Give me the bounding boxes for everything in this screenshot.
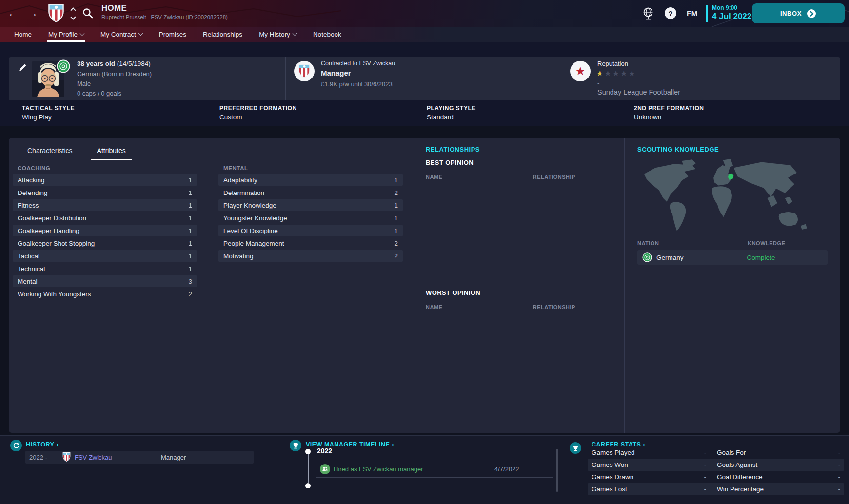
knowledge-column-header: KNOWLEDGE — [748, 240, 828, 246]
manager-gender: Male — [77, 80, 91, 87]
fm-logo[interactable]: FM — [687, 9, 698, 18]
hired-event-icon — [320, 464, 330, 474]
star-icon: ★★ — [596, 69, 604, 78]
reputation-star-rating: ★★★★★★ — [596, 69, 636, 78]
search-icon[interactable] — [82, 7, 94, 19]
attributes-section: Characteristics Attributes COACHING Atta… — [9, 138, 412, 433]
nav-tab-relationships[interactable]: Relationships — [195, 27, 251, 42]
mental-table: Adaptability1 Determination2 Player Know… — [218, 174, 403, 262]
date-accent-bar — [706, 5, 708, 22]
preferred-formation-value: Custom — [219, 114, 242, 121]
tactical-style-label: TACTICAL STYLE — [22, 105, 75, 112]
forward-button[interactable]: → — [25, 6, 40, 20]
history-role: Manager — [161, 454, 186, 461]
nav-tab-home[interactable]: Home — [6, 27, 40, 42]
german-fa-badge-icon — [57, 59, 70, 73]
top-bar: ← → HOME Ruprecht Prusseit - FSV Zwickau… — [0, 0, 849, 27]
manager-nationality: German (Born in Dresden) — [77, 70, 152, 78]
attribute-row: Working With Youngsters2 — [13, 288, 197, 300]
globe-icon[interactable] — [642, 7, 654, 20]
playing-style-label: PLAYING STYLE — [427, 105, 476, 112]
manager-age: 38 years old (14/5/1984) — [77, 60, 151, 67]
german-fa-badge-icon — [642, 252, 652, 262]
relationships-title[interactable]: RELATIONSHIPS — [426, 146, 611, 153]
inbox-button[interactable]: INBOX — [752, 3, 845, 23]
history-years: 2022 - — [29, 454, 62, 461]
career-stats-row: Games Drawn- Goal Difference- — [588, 471, 844, 483]
mental-header: MENTAL — [223, 165, 403, 171]
nav-tab-my-history[interactable]: My History — [251, 27, 305, 42]
attribute-row: Defending1 — [13, 187, 197, 198]
attribute-row: Mental3 — [13, 275, 197, 287]
timeline-dot — [305, 483, 311, 488]
nation-name: Germany — [656, 254, 684, 261]
contract-section: Contracted to FSV Zwickau Manager £1.9K … — [285, 57, 529, 100]
club-crest-icon[interactable] — [47, 4, 65, 23]
scouting-knowledge-section: SCOUTING KNOWLEDGE — [624, 138, 840, 433]
contracted-to-text: Contracted to FSV Zwickau — [321, 60, 395, 67]
star-icon: ★ — [620, 69, 628, 78]
current-date: 4 Jul 2022 — [712, 12, 751, 21]
timeline-separator — [316, 477, 553, 478]
relationship-column-header: RELATIONSHIP — [533, 174, 611, 180]
manager-profile-strip: 38 years old (14/5/1984) German (Born in… — [9, 57, 840, 100]
career-stats-row: Games Lost- Win Percentage- — [588, 483, 844, 495]
tab-attributes[interactable]: Attributes — [91, 145, 132, 160]
bottom-strip: HISTORY › 2022 - FSV Zwickau Manager VIE… — [0, 435, 849, 504]
club-selector-chevrons[interactable] — [69, 6, 77, 21]
second-pref-formation-value: Unknown — [634, 114, 661, 121]
germany-highlight — [728, 174, 734, 180]
coaching-header: COACHING — [18, 165, 197, 171]
help-icon[interactable]: ? — [665, 7, 676, 19]
name-column-header: NAME — [426, 174, 442, 180]
reputation-description: Sunday League Footballer — [597, 88, 680, 96]
reputation-section: ★ Reputation ★★★★★★ - Sunday League Foot… — [529, 57, 840, 100]
scouting-knowledge-title[interactable]: SCOUTING KNOWLEDGE — [637, 146, 828, 153]
scouting-row-germany: Germany Complete — [637, 250, 828, 265]
timeline-year: 2022 — [317, 447, 332, 455]
reputation-value: - — [597, 80, 599, 87]
manager-role: Manager — [321, 69, 351, 77]
fm-app-window: ← → HOME Ruprecht Prusseit - FSV Zwickau… — [0, 0, 849, 504]
nav-tab-promises[interactable]: Promises — [151, 27, 195, 42]
attribute-row: Attacking1 — [13, 174, 197, 186]
name-column-header: NAME — [426, 304, 442, 310]
reputation-star-icon: ★ — [570, 61, 591, 81]
reputation-label: Reputation — [597, 60, 628, 67]
current-day-time: Mon 9:00 — [712, 4, 737, 11]
attributes-tabs: Characteristics Attributes — [21, 145, 403, 160]
back-button[interactable]: ← — [6, 6, 20, 20]
preferred-formation-label: PREFERRED FORMATION — [219, 105, 297, 112]
star-icon: ★ — [604, 69, 612, 78]
timeline-event-text[interactable]: Hired as FSV Zwickau manager — [334, 465, 423, 473]
edit-pencil-icon[interactable] — [18, 63, 27, 73]
world-map — [637, 159, 828, 237]
timeline-scrollbar[interactable] — [556, 449, 558, 492]
attribute-row: Level Of Discipline1 — [218, 225, 403, 236]
history-club-link[interactable]: FSV Zwickau — [75, 454, 112, 461]
tactical-style-value: Wing Play — [22, 114, 52, 121]
nav-tab-notebook[interactable]: Notebook — [305, 27, 350, 42]
coaching-column: COACHING Attacking1 Defending1 Fitness1 … — [13, 165, 197, 301]
page-subtitle: Ruprecht Prusseit - FSV Zwickau (ID:2002… — [101, 14, 228, 20]
career-stats-row: Games Won- Goals Against- — [588, 459, 844, 471]
best-opinion-title: BEST OPINION — [426, 159, 611, 166]
attribute-row: Youngster Knowledge1 — [218, 212, 403, 224]
tab-characteristics[interactable]: Characteristics — [21, 145, 79, 160]
timeline-dot — [305, 449, 311, 454]
history-link[interactable]: HISTORY › — [26, 441, 59, 448]
attribute-row: Motivating2 — [218, 250, 403, 262]
page-title: HOME — [101, 3, 127, 13]
inbox-button-label: INBOX — [780, 10, 802, 17]
chevron-right-icon: › — [56, 441, 59, 448]
worst-opinion-title: WORST OPINION — [426, 289, 611, 296]
nav-tab-my-profile[interactable]: My Profile — [40, 27, 92, 42]
relationship-column-header: RELATIONSHIP — [533, 304, 611, 310]
nav-tab-my-contract[interactable]: My Contract — [92, 27, 151, 42]
attribute-row: Determination2 — [218, 187, 403, 198]
personal-info-section: 38 years old (14/5/1984) German (Born in… — [9, 57, 285, 100]
attribute-row: Goalkeeper Distribution1 — [13, 212, 197, 224]
section-nav-bar: Home My Profile My Contract Promises Rel… — [0, 27, 849, 42]
attribute-row: Fitness1 — [13, 199, 197, 211]
timeline-line — [308, 454, 309, 483]
